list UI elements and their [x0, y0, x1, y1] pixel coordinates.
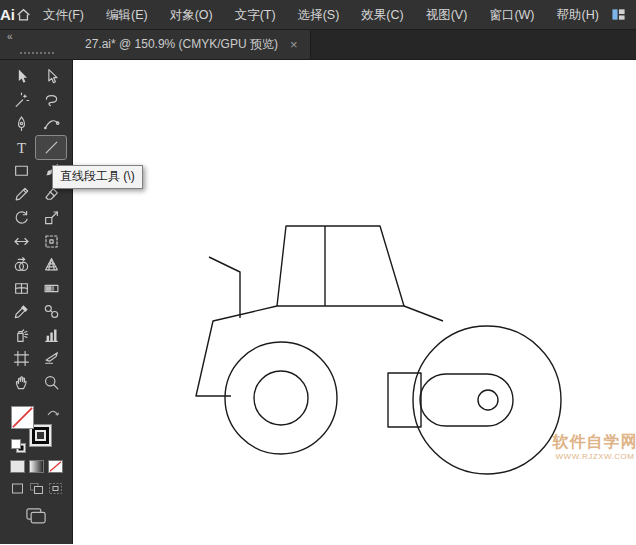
home-icon[interactable] [15, 0, 32, 30]
artwork-svg [73, 60, 636, 544]
tab-close-icon[interactable]: × [290, 38, 298, 51]
fill-stroke-control [11, 403, 61, 453]
tool-width[interactable] [6, 230, 36, 254]
draw-mode-buttons [10, 482, 63, 495]
tool-symbol-sprayer[interactable] [6, 324, 36, 348]
tool-perspective-grid[interactable] [36, 253, 66, 277]
menu-edit[interactable]: 编辑(E) [95, 0, 159, 30]
menu-window[interactable]: 窗口(W) [478, 0, 545, 30]
menu-view[interactable]: 视图(V) [415, 0, 479, 30]
tab-title: 27.ai* @ 150.9% (CMYK/GPU 预览) [85, 36, 278, 53]
app-logo: Ai [0, 0, 15, 30]
tool-scale[interactable] [36, 206, 66, 230]
menu-effect[interactable]: 效果(C) [350, 0, 414, 30]
tool-magic-wand[interactable] [6, 89, 36, 113]
document-tab[interactable]: 27.ai* @ 150.9% (CMYK/GPU 预览) × [73, 30, 311, 59]
menu-help[interactable]: 帮助(H) [546, 0, 610, 30]
svg-text:T: T [16, 140, 25, 156]
gradient-button[interactable] [29, 460, 44, 473]
menu-type[interactable]: 文字(T) [224, 0, 287, 30]
tool-rectangle[interactable] [6, 159, 36, 183]
tabbar-empty-space [311, 30, 636, 59]
toolbar-header: « [0, 30, 73, 59]
tool-rotate[interactable] [6, 206, 36, 230]
tool-shape-builder[interactable] [6, 253, 36, 277]
tool-zoom[interactable] [36, 371, 66, 395]
tool-eyedropper[interactable] [6, 300, 36, 324]
fill-swatch[interactable] [11, 406, 34, 429]
canvas-area[interactable]: 软件自学网 WWW.RJZXW.COM [73, 60, 636, 544]
menu-bar: Ai 文件(F)编辑(E)对象(O)文字(T)选择(S)效果(C)视图(V)窗口… [0, 0, 636, 30]
tooltip: 直线段工具 (\) [52, 165, 143, 189]
tool-curvature[interactable] [36, 112, 66, 136]
tool-direct-selection[interactable] [36, 65, 66, 89]
tool-line-segment[interactable] [36, 136, 66, 160]
menu-select[interactable]: 选择(S) [287, 0, 351, 30]
draw-inside-icon[interactable] [48, 482, 63, 495]
screen-mode-icon[interactable] [25, 507, 47, 528]
tool-free-transform[interactable] [36, 230, 66, 254]
draw-behind-icon[interactable] [29, 482, 44, 495]
tool-type[interactable]: T [6, 136, 36, 160]
watermark: 软件自学网 WWW.RJZXW.COM [539, 432, 636, 462]
tool-column-graph[interactable] [36, 324, 66, 348]
tool-pen[interactable] [6, 112, 36, 136]
menu-items: 文件(F)编辑(E)对象(O)文字(T)选择(S)效果(C)视图(V)窗口(W)… [32, 0, 610, 30]
toolbar-grip[interactable] [20, 52, 54, 54]
watermark-url: WWW.RJZXW.COM [539, 452, 636, 462]
tool-gradient[interactable] [36, 277, 66, 301]
tools-panel: T [0, 60, 73, 544]
tool-slice[interactable] [36, 347, 66, 371]
default-fill-stroke-icon[interactable] [11, 439, 25, 452]
swap-fill-stroke-icon[interactable] [46, 403, 60, 414]
tool-hand[interactable] [6, 371, 36, 395]
tool-mesh[interactable] [6, 277, 36, 301]
menu-file[interactable]: 文件(F) [32, 0, 95, 30]
tool-pencil[interactable] [6, 183, 36, 207]
none-button[interactable] [48, 460, 63, 473]
watermark-title: 软件自学网 [539, 432, 636, 452]
color-button[interactable] [10, 460, 25, 473]
tab-bar: « 27.ai* @ 150.9% (CMYK/GPU 预览) × [0, 30, 636, 60]
draw-normal-icon[interactable] [10, 482, 25, 495]
workspace-switcher-icon[interactable] [610, 7, 627, 22]
menu-object[interactable]: 对象(O) [159, 0, 224, 30]
illustrator-app: Ai 文件(F)编辑(E)对象(O)文字(T)选择(S)效果(C)视图(V)窗口… [0, 0, 636, 545]
main-area: T [0, 60, 636, 544]
tools-grid: T [6, 65, 66, 394]
collapse-toolbar-icon[interactable]: « [0, 32, 73, 42]
paint-style-buttons [10, 460, 63, 473]
tool-lasso[interactable] [36, 89, 66, 113]
tool-artboard[interactable] [6, 347, 36, 371]
tool-blend[interactable] [36, 300, 66, 324]
tool-selection[interactable] [6, 65, 36, 89]
mini-fill-swatch [11, 439, 21, 449]
